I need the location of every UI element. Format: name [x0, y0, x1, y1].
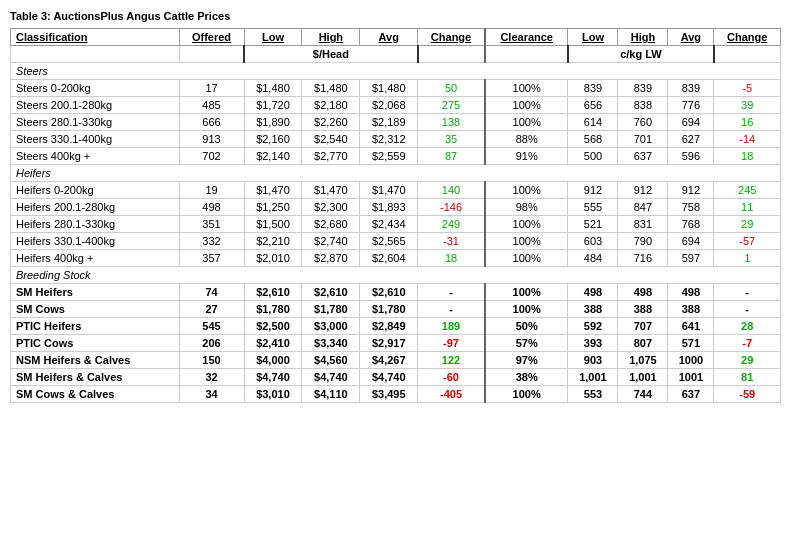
cell-low2: 1,001: [568, 369, 618, 386]
cell-high2: 839: [618, 80, 668, 97]
cell-clearance: 97%: [485, 352, 568, 369]
cell-clearance: 50%: [485, 318, 568, 335]
cell-low: $2,160: [244, 131, 302, 148]
header-avg: Avg: [360, 29, 418, 46]
cell-avg2: 388: [668, 301, 714, 318]
cell-clearance: 91%: [485, 148, 568, 165]
cell-low2: 555: [568, 199, 618, 216]
cell-avg2: 776: [668, 97, 714, 114]
cell-low2: 614: [568, 114, 618, 131]
cell-high: $4,110: [302, 386, 360, 403]
cell-high2: 744: [618, 386, 668, 403]
header-high: High: [302, 29, 360, 46]
cell-classification: Steers 0-200kg: [11, 80, 180, 97]
cell-change2: 29: [714, 352, 781, 369]
table-row: Steers 330.1-400kg913$2,160$2,540$2,3123…: [11, 131, 781, 148]
cell-low: $1,500: [244, 216, 302, 233]
cell-change: -: [418, 284, 485, 301]
cell-change2: 16: [714, 114, 781, 131]
header-avg2: Avg: [668, 29, 714, 46]
cell-change: -60: [418, 369, 485, 386]
cell-low2: 553: [568, 386, 618, 403]
table-row: SM Cows & Calves34$3,010$4,110$3,495-405…: [11, 386, 781, 403]
table-row: Steers 200.1-280kg485$1,720$2,180$2,0682…: [11, 97, 781, 114]
header-low2: Low: [568, 29, 618, 46]
cell-avg: $3,495: [360, 386, 418, 403]
cell-change: 189: [418, 318, 485, 335]
section-header-row: Steers: [11, 63, 781, 80]
cell-low: $4,000: [244, 352, 302, 369]
cell-avg2: 597: [668, 250, 714, 267]
table-row: Steers 0-200kg17$1,480$1,480$1,48050100%…: [11, 80, 781, 97]
unit-clearance-empty: [485, 46, 568, 63]
cell-high: $1,470: [302, 182, 360, 199]
table-row: PTIC Heifers545$2,500$3,000$2,84918950%5…: [11, 318, 781, 335]
cell-change: 140: [418, 182, 485, 199]
table-row: Heifers 330.1-400kg332$2,210$2,740$2,565…: [11, 233, 781, 250]
unit-change2-empty: [714, 46, 781, 63]
cell-classification: SM Cows: [11, 301, 180, 318]
cell-classification: Steers 330.1-400kg: [11, 131, 180, 148]
cell-offered: 19: [179, 182, 244, 199]
cell-change: -: [418, 301, 485, 318]
cell-low2: 592: [568, 318, 618, 335]
table-row: Steers 280.1-330kg666$1,890$2,260$2,1891…: [11, 114, 781, 131]
table-row: SM Heifers & Calves32$4,740$4,740$4,740-…: [11, 369, 781, 386]
table-row: SM Heifers74$2,610$2,610$2,610-100%49849…: [11, 284, 781, 301]
cell-high2: 831: [618, 216, 668, 233]
cell-avg: $2,917: [360, 335, 418, 352]
cell-clearance: 38%: [485, 369, 568, 386]
cell-change: -146: [418, 199, 485, 216]
cell-high: $2,610: [302, 284, 360, 301]
cell-avg: $1,893: [360, 199, 418, 216]
cell-high2: 1,075: [618, 352, 668, 369]
cell-change2: 28: [714, 318, 781, 335]
cell-classification: PTIC Cows: [11, 335, 180, 352]
cell-low2: 388: [568, 301, 618, 318]
cell-classification: SM Heifers & Calves: [11, 369, 180, 386]
cell-classification: Steers 200.1-280kg: [11, 97, 180, 114]
cell-change: 87: [418, 148, 485, 165]
cell-low2: 521: [568, 216, 618, 233]
cell-high: $2,680: [302, 216, 360, 233]
header-offered: Offered: [179, 29, 244, 46]
cell-high: $2,300: [302, 199, 360, 216]
cell-high2: 637: [618, 148, 668, 165]
cell-high2: 807: [618, 335, 668, 352]
cell-classification: Steers 400kg +: [11, 148, 180, 165]
cell-avg: $4,267: [360, 352, 418, 369]
cell-low: $2,010: [244, 250, 302, 267]
cell-avg: $2,610: [360, 284, 418, 301]
cell-high: $1,480: [302, 80, 360, 97]
cell-clearance: 100%: [485, 233, 568, 250]
table-row: NSM Heifers & Calves150$4,000$4,560$4,26…: [11, 352, 781, 369]
cell-low: $3,010: [244, 386, 302, 403]
cell-change2: 11: [714, 199, 781, 216]
cell-avg2: 571: [668, 335, 714, 352]
cell-high2: 760: [618, 114, 668, 131]
cell-low2: 484: [568, 250, 618, 267]
cell-change2: -7: [714, 335, 781, 352]
unit-label-empty: [11, 46, 180, 63]
cell-clearance: 100%: [485, 301, 568, 318]
cell-change: -97: [418, 335, 485, 352]
cell-change2: -: [714, 284, 781, 301]
cell-avg2: 596: [668, 148, 714, 165]
cell-high: $2,870: [302, 250, 360, 267]
cell-high: $2,180: [302, 97, 360, 114]
cell-change2: 29: [714, 216, 781, 233]
section-header-row: Heifers: [11, 165, 781, 182]
section-name: Heifers: [11, 165, 781, 182]
cell-low2: 393: [568, 335, 618, 352]
cell-low: $1,720: [244, 97, 302, 114]
cell-low: $1,250: [244, 199, 302, 216]
table-row: Heifers 280.1-330kg351$1,500$2,680$2,434…: [11, 216, 781, 233]
cell-high2: 707: [618, 318, 668, 335]
cell-offered: 913: [179, 131, 244, 148]
cell-classification: Heifers 200.1-280kg: [11, 199, 180, 216]
cell-avg: $2,068: [360, 97, 418, 114]
cell-avg: $2,434: [360, 216, 418, 233]
unit-label-empty2: [179, 46, 244, 63]
cell-avg2: 498: [668, 284, 714, 301]
table-caption: Table 3: AuctionsPlus Angus Cattle Price…: [10, 10, 781, 22]
